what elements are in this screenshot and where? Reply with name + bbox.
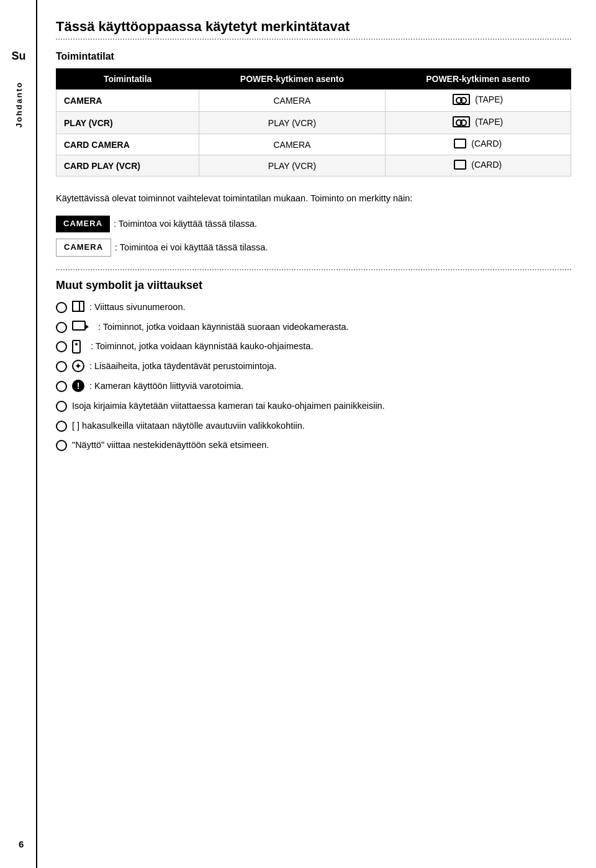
col2-header: POWER-kytkimen asento bbox=[199, 69, 385, 89]
symbol-row-1-text: : Viittaus sivunumeroon. bbox=[89, 301, 185, 314]
symbol-circle-3 bbox=[56, 341, 67, 352]
symbol-circle-7 bbox=[56, 421, 67, 432]
symbol-circle-2 bbox=[56, 322, 67, 333]
book-icon-wrap bbox=[72, 301, 84, 312]
remote-icon-wrap bbox=[72, 340, 81, 354]
plus-icon: ✦ bbox=[72, 360, 84, 372]
tape-box-2 bbox=[453, 116, 470, 127]
row1-col3: (TAPE) bbox=[385, 89, 571, 112]
warning-icon: ! bbox=[72, 380, 84, 392]
modes-table: Toimintatila POWER-kytkimen asento POWER… bbox=[56, 68, 571, 176]
symbol-row-7: [ ] hakasulkeilla viitataan näytölle ava… bbox=[56, 419, 571, 433]
symbol-row-3-text: : Toiminnot, jotka voidaan käynnistää ka… bbox=[91, 340, 313, 354]
symbol-circle-8 bbox=[56, 440, 67, 451]
symbol-circle-4 bbox=[56, 361, 67, 372]
tape-box bbox=[453, 94, 470, 105]
symbol-circle-5 bbox=[56, 381, 67, 392]
toimintatilat-heading: Toimintatilat bbox=[56, 51, 571, 62]
symbol-row-5: ! : Kameran käyttöön liittyviä varotoimi… bbox=[56, 380, 571, 393]
table-row: CARD CAMERA CAMERA (CARD) bbox=[56, 134, 571, 155]
camera-outline-desc: : Toimintoa ei voi käyttää tässä tilassa… bbox=[115, 240, 268, 255]
page-title: Tässä käyttöoppaassa käytetyt merkintäta… bbox=[56, 19, 571, 40]
symbol-row-1: : Viittaus sivunumeroon. bbox=[56, 301, 571, 314]
row2-col1: PLAY (VCR) bbox=[56, 112, 199, 134]
page-number: 6 bbox=[19, 839, 24, 849]
symbol-row-4: ✦ : Lisäaiheita, jotka täydentävät perus… bbox=[56, 360, 571, 373]
symbol-row-8: "Näyttö" viittaa nestekidenäyttöön sekä … bbox=[56, 439, 571, 452]
sidebar-line bbox=[36, 0, 37, 868]
tape-icon-2: (TAPE) bbox=[453, 116, 503, 127]
symbol-circle-6 bbox=[56, 401, 67, 412]
row3-col2: CAMERA bbox=[199, 134, 385, 155]
row3-col3: (CARD) bbox=[385, 134, 571, 155]
symbol-row-2-text: : Toiminnot, jotka voidaan käynnistää su… bbox=[98, 321, 349, 334]
muut-symbolit-section: Muut symbolit ja viittaukset : Viittaus … bbox=[56, 279, 571, 452]
toimintatilat-section: Toimintatilat Toimintatila POWER-kytkime… bbox=[56, 51, 571, 257]
camera-filled-row: CAMERA : Toimintoa voi käyttää tässä til… bbox=[56, 216, 571, 232]
symbol-row-3: : Toiminnot, jotka voidaan käynnistää ka… bbox=[56, 340, 571, 354]
symbol-row-7-text: [ ] hakasulkeilla viitataan näytölle ava… bbox=[72, 419, 305, 433]
card-box-1 bbox=[454, 139, 466, 148]
card-icon-2: (CARD) bbox=[454, 160, 502, 170]
remote-icon bbox=[72, 340, 81, 354]
table-row: CARD PLAY (VCR) PLAY (VCR) (CARD) bbox=[56, 155, 571, 176]
warning-icon-wrap: ! bbox=[72, 380, 84, 392]
camcorder-icon-wrap bbox=[72, 321, 86, 331]
camera-filled-desc: : Toimintoa voi käyttää tässä tilassa. bbox=[114, 217, 257, 231]
col1-header: Toimintatila bbox=[56, 69, 199, 89]
row2-col3: (TAPE) bbox=[385, 112, 571, 134]
plus-icon-wrap: ✦ bbox=[72, 360, 84, 372]
row1-col2: CAMERA bbox=[199, 89, 385, 112]
camcorder-icon bbox=[72, 321, 86, 331]
card-box-2 bbox=[454, 160, 466, 170]
symbol-circle-1 bbox=[56, 302, 67, 313]
table-row: PLAY (VCR) PLAY (VCR) (TAPE) bbox=[56, 112, 571, 134]
toimintatilat-description: Käytettävissä olevat toiminnot vaihtelev… bbox=[56, 191, 571, 206]
card-icon-1: (CARD) bbox=[454, 139, 502, 148]
symbol-row-4-text: : Lisäaiheita, jotka täydentävät perusto… bbox=[89, 360, 276, 373]
camera-badge-outline: CAMERA bbox=[56, 239, 111, 257]
sidebar-su-label: Su bbox=[11, 50, 25, 63]
camera-outline-row: CAMERA : Toimintoa ei voi käyttää tässä … bbox=[56, 239, 571, 257]
section-divider bbox=[56, 269, 571, 270]
muut-symbolit-heading: Muut symbolit ja viittaukset bbox=[56, 279, 571, 292]
row2-col2: PLAY (VCR) bbox=[199, 112, 385, 134]
sidebar-johdanto-label: Johdanto bbox=[14, 81, 24, 128]
col3-header: POWER-kytkimen asento bbox=[385, 69, 571, 89]
symbol-row-6: Isoja kirjaimia käytetään viitattaessa k… bbox=[56, 400, 571, 413]
symbol-row-6-text: Isoja kirjaimia käytetään viitattaessa k… bbox=[72, 400, 385, 413]
page-wrapper: Su Johdanto Tässä käyttöoppaassa käytety… bbox=[0, 0, 596, 868]
symbol-row-5-text: : Kameran käyttöön liittyviä varotoimia. bbox=[89, 380, 243, 393]
main-content: Tässä käyttöoppaassa käytetyt merkintäta… bbox=[37, 0, 596, 868]
row4-col2: PLAY (VCR) bbox=[199, 155, 385, 176]
row4-col3: (CARD) bbox=[385, 155, 571, 176]
symbol-row-2: : Toiminnot, jotka voidaan käynnistää su… bbox=[56, 321, 571, 334]
table-row: CAMERA CAMERA (TAPE) bbox=[56, 89, 571, 112]
row3-col1: CARD CAMERA bbox=[56, 134, 199, 155]
row4-col1: CARD PLAY (VCR) bbox=[56, 155, 199, 176]
sidebar: Su Johdanto bbox=[0, 0, 37, 868]
row1-col1: CAMERA bbox=[56, 89, 199, 112]
book-icon bbox=[72, 301, 84, 312]
camera-badge-filled: CAMERA bbox=[56, 216, 110, 232]
tape-icon-1: (TAPE) bbox=[453, 94, 503, 105]
symbol-row-8-text: "Näyttö" viittaa nestekidenäyttöön sekä … bbox=[72, 439, 269, 452]
